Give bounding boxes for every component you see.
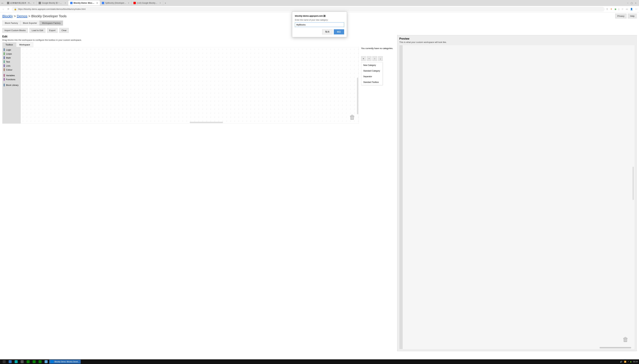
help-button[interactable]: Help [628, 14, 637, 18]
no-categories-msg: You currently have no categories. [361, 47, 393, 50]
toolbox-item-logic[interactable]: Logic [2, 48, 21, 52]
reload-icon[interactable]: ⟳ [7, 7, 10, 11]
menu-separator[interactable]: Separator [361, 74, 382, 79]
back-icon[interactable]: ← [2, 7, 5, 11]
toolbox-label: Lists [6, 64, 10, 67]
browser-tab[interactable]: SpBlockly (Developer Tool) × [100, 0, 132, 6]
subtab-toolbox[interactable]: Toolbox [2, 42, 16, 47]
toolbox-label: Block Library [6, 84, 18, 86]
extension-icon[interactable]: ✦ [610, 8, 612, 10]
category-dropdown-menu: New Category Standard Category Separator… [361, 62, 383, 85]
divider: | [619, 8, 619, 10]
close-icon[interactable]: × [96, 2, 98, 4]
horizontal-scrollbar[interactable] [600, 347, 631, 348]
clear-button[interactable]: Clear [59, 28, 69, 33]
preview-box: Preview This is what your custom workspa… [397, 35, 637, 351]
toolbox-item-loops[interactable]: Loops [2, 52, 21, 56]
remove-category-button[interactable]: − [367, 56, 372, 61]
workspace-canvas[interactable]: 🗑 [21, 47, 359, 124]
toolbox-label: Variables [6, 74, 15, 77]
tab-block-exporter[interactable]: Block Exporter [20, 20, 40, 26]
extension-icon[interactable]: ◉ [614, 8, 616, 10]
move-down-button[interactable]: ↓ [378, 56, 383, 61]
preview-canvas[interactable]: 🗑 [400, 45, 634, 349]
close-window-icon[interactable]: × [635, 2, 636, 4]
breadcrumb-sep: > [28, 14, 30, 18]
category-name-input[interactable] [295, 22, 344, 27]
dialog-message: Enter the name of your new category: [295, 19, 344, 21]
editor-row: Logic Loops Math Text Lists Colour Varia… [2, 47, 393, 124]
browser-chrome: ▭ 紀律儀的筆記範本 - HackMD × Google Blockly 第一個… [0, 0, 639, 12]
category-buttons: + − ↑ ↓ [361, 56, 393, 61]
dialog-buttons: 取消 確定 [295, 29, 344, 34]
url-input[interactable]: 🔒 https://blockly-demo.appspot.com/stati… [12, 7, 604, 12]
left-panel: Edit Drag blocks into the workspace to c… [2, 35, 393, 351]
close-icon[interactable]: × [160, 2, 161, 4]
lock-icon: 🔒 [14, 8, 17, 10]
browser-tab[interactable]: Google Blockly 第一個自訂積木 × [36, 0, 68, 6]
toolbox-item-math[interactable]: Math [2, 56, 21, 60]
load-button[interactable]: Load to Edit [30, 28, 45, 33]
export-button[interactable]: Export [47, 28, 58, 33]
import-button[interactable]: Import Custom Blocks [2, 28, 28, 33]
maximize-icon[interactable]: ▢ [631, 2, 633, 4]
toolbox-item-lists[interactable]: Lists [2, 64, 21, 68]
horizontal-scrollbar[interactable] [190, 122, 223, 123]
toolbox-label: Text [6, 60, 10, 63]
color-tag [4, 74, 5, 77]
favicon-icon [7, 2, 9, 4]
color-tag [4, 64, 5, 67]
tab-title: Google Blockly 第一個自訂積木 [42, 2, 64, 4]
window-controls: − ▢ × [627, 2, 638, 4]
toolbox-item-variables[interactable]: Variables [2, 73, 21, 77]
favorite-icon[interactable]: ☆ [622, 8, 624, 10]
toolbox-item-library[interactable]: Block Library [2, 83, 21, 87]
favicon-icon [134, 2, 136, 4]
toolbox-item-functions[interactable]: Functions [2, 77, 21, 81]
menu-icon[interactable]: ⋯ [635, 8, 637, 10]
close-icon[interactable]: × [128, 2, 129, 4]
favicon-icon [38, 2, 41, 4]
trash-icon[interactable]: 🗑 [622, 336, 628, 343]
browser-tab[interactable]: (110) Google Blockly第一個自訂 × [132, 0, 163, 6]
minimize-icon[interactable]: − [627, 2, 628, 4]
breadcrumb-demos[interactable]: Demos [17, 14, 27, 18]
share-icon[interactable]: ⇪ [606, 8, 608, 10]
color-tag [4, 60, 5, 63]
menu-standard-toolbox[interactable]: Standard Toolbox [361, 79, 382, 85]
new-tab-button[interactable]: + [163, 2, 168, 4]
favicon-icon [70, 2, 72, 4]
collections-icon[interactable]: ▭ [626, 8, 628, 10]
toolbar-icons: ⇪ ✦ ◉ | ☆ ▭ 👤 ⋯ [606, 8, 637, 10]
color-tag [4, 52, 5, 55]
toolbox-label: Loops [6, 52, 12, 55]
cancel-button[interactable]: 取消 [322, 29, 332, 34]
preview-desc: This is what your custom workspace will … [400, 41, 634, 44]
vertical-scrollbar[interactable] [632, 167, 634, 200]
vertical-scrollbar[interactable] [357, 78, 358, 114]
ok-button[interactable]: 確定 [334, 29, 344, 34]
close-icon[interactable]: × [65, 2, 66, 4]
work-area: Edit Drag blocks into the workspace to c… [2, 35, 637, 351]
toolbox-item-text[interactable]: Text [2, 60, 21, 64]
trash-icon[interactable]: 🗑 [349, 114, 355, 121]
menu-standard-category[interactable]: Standard Category [361, 68, 382, 74]
browser-tab-active[interactable]: Blockly Demo: Blockly Develo × [68, 0, 100, 6]
preview-sidebar [400, 45, 403, 349]
add-category-button[interactable]: + [361, 56, 366, 61]
menu-new-category[interactable]: New Category [361, 62, 382, 68]
tab-workspace-factory[interactable]: Workspace Factory [40, 20, 63, 26]
tabs-icon[interactable]: ▭ [1, 2, 3, 4]
move-up-button[interactable]: ↑ [372, 56, 377, 61]
tab-block-factory[interactable]: Block Factory [2, 20, 20, 26]
browser-tab[interactable]: 紀律儀的筆記範本 - HackMD × [5, 0, 36, 6]
profile-icon[interactable]: 👤 [630, 8, 633, 10]
subtab-workspace[interactable]: Workspace [16, 42, 33, 47]
toolbox-item-colour[interactable]: Colour [2, 68, 21, 72]
privacy-button[interactable]: Privacy [615, 14, 627, 18]
breadcrumb-blockly[interactable]: Blockly [2, 14, 13, 18]
toolbox-sidebar: Logic Loops Math Text Lists Colour Varia… [2, 47, 21, 124]
tab-title: Blockly Demo: Blockly Develo [74, 2, 95, 4]
color-tag [4, 84, 5, 86]
close-icon[interactable]: × [33, 2, 34, 4]
